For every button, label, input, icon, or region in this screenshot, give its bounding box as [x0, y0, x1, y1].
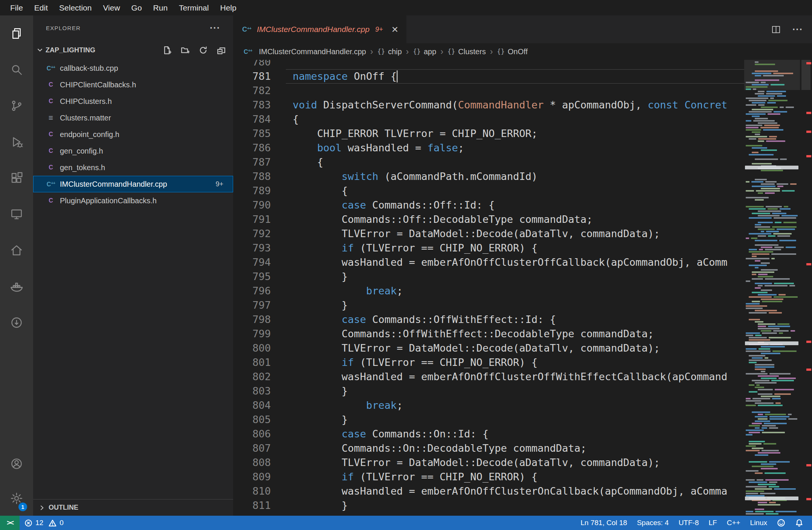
code-text[interactable]: CHIP_ERROR TLVError = CHIP_NO_ERROR; [271, 126, 537, 141]
line-number[interactable]: 787 [233, 155, 271, 169]
line-number[interactable]: 811 [233, 498, 271, 513]
code-text[interactable]: Commands::OffWithEffect::DecodableType c… [271, 327, 654, 341]
remote-indicator[interactable]: >< [0, 516, 20, 530]
line-number[interactable]: 794 [233, 255, 271, 270]
dependencies-icon[interactable] [0, 305, 33, 341]
code-text[interactable]: if (TLVError == CHIP_NO_ERROR) { [271, 241, 537, 255]
file-row-gen-tokens-h[interactable]: Cgen_tokens.h [33, 159, 233, 176]
line-number[interactable]: 780 [233, 60, 271, 69]
language-mode[interactable]: C++ [722, 516, 745, 530]
file-row-chipclientcallbacks-h[interactable]: CCHIPClientCallbacks.h [33, 76, 233, 93]
line-number[interactable]: 803 [233, 384, 271, 398]
refresh-icon[interactable] [199, 46, 208, 55]
line-number[interactable]: 809 [233, 470, 271, 484]
line-number[interactable]: 784 [233, 112, 271, 126]
line-number[interactable]: 802 [233, 370, 271, 384]
close-icon[interactable]: × [392, 24, 398, 35]
code-text[interactable]: wasHandled = emberAfOnOffClusterOnCallba… [271, 484, 727, 498]
overview-ruler[interactable] [800, 60, 812, 516]
line-number[interactable]: 797 [233, 298, 271, 312]
more-actions-icon[interactable]: ··· [210, 23, 220, 34]
code-text[interactable]: case Commands::On::Id: { [271, 427, 488, 441]
os-indicator[interactable]: Linux [745, 516, 772, 530]
code-text[interactable] [271, 60, 293, 69]
docker-icon[interactable] [0, 268, 33, 305]
line-number[interactable]: 785 [233, 126, 271, 141]
file-row-endpoint-config-h[interactable]: Cendpoint_config.h [33, 126, 233, 143]
line-number[interactable]: 786 [233, 141, 271, 155]
code-text[interactable]: if (TLVError == CHIP_NO_ERROR) { [271, 355, 537, 370]
split-editor-icon[interactable] [771, 24, 781, 35]
line-number[interactable]: 805 [233, 413, 271, 427]
minimap[interactable] [744, 60, 800, 516]
new-file-icon[interactable] [163, 46, 171, 55]
remote-explorer-icon[interactable] [0, 196, 33, 232]
outline-section-header[interactable]: OUTLINE [33, 499, 233, 516]
code-text[interactable]: bool wasHandled = false; [271, 141, 464, 155]
tab-imclustercommandhandler[interactable]: C++ IMClusterCommandHandler.cpp 9+ × [233, 15, 406, 43]
line-number[interactable]: 806 [233, 427, 271, 441]
line-number[interactable]: 808 [233, 455, 271, 470]
menu-view[interactable]: View [97, 0, 125, 15]
code-text[interactable]: Commands::Off::DecodableType commandData… [271, 212, 593, 227]
file-row-pluginapplicationcallbacks-h[interactable]: CPluginApplicationCallbacks.h [33, 192, 233, 209]
code-text[interactable]: TLVError = DataModel::Decode(aDataTlv, c… [271, 227, 660, 241]
run-debug-icon[interactable] [0, 124, 33, 160]
menu-terminal[interactable]: Terminal [173, 0, 214, 15]
file-row-imclustercommandhandler-cpp[interactable]: C++IMClusterCommandHandler.cpp9+ [33, 176, 233, 192]
indentation[interactable]: Spaces: 4 [632, 516, 674, 530]
code-text[interactable]: } [271, 384, 348, 398]
line-number[interactable]: 812 [233, 513, 271, 516]
settings-icon[interactable]: 1 [0, 481, 33, 516]
code-text[interactable]: } [271, 298, 348, 312]
code-text[interactable]: Commands::On::DecodableType commandData; [271, 441, 586, 455]
notifications-bell-icon[interactable] [790, 516, 808, 530]
line-number[interactable]: 789 [233, 184, 271, 198]
line-number[interactable]: 801 [233, 355, 271, 370]
menu-file[interactable]: File [5, 0, 29, 15]
line-number[interactable]: 799 [233, 327, 271, 341]
code-text[interactable]: switch (aCommandPath.mCommandId) [271, 169, 537, 184]
line-number[interactable]: 783 [233, 98, 271, 112]
problems-indicator[interactable]: 12 0 [20, 516, 69, 530]
code-text[interactable]: case Commands::Off::Id: { [271, 198, 495, 212]
code-text[interactable]: { [271, 112, 299, 126]
code-text[interactable]: namespace OnOff { [271, 69, 397, 84]
menu-selection[interactable]: Selection [53, 0, 97, 15]
new-folder-icon[interactable] [181, 46, 189, 55]
line-number[interactable]: 788 [233, 169, 271, 184]
line-number[interactable]: 796 [233, 284, 271, 298]
line-number[interactable]: 795 [233, 270, 271, 284]
menu-run[interactable]: Run [148, 0, 174, 15]
home-icon[interactable] [0, 232, 33, 268]
line-number[interactable]: 781 [233, 69, 271, 84]
line-number[interactable]: 790 [233, 198, 271, 212]
breadcrumb-item-onoff[interactable]: {}OnOff [497, 47, 528, 56]
breadcrumb-item-clusters[interactable]: {}Clusters [447, 47, 486, 56]
source-control-icon[interactable] [0, 88, 33, 124]
code-text[interactable]: case Commands::OffWithEffect::Id: { [271, 312, 556, 327]
search-icon[interactable] [0, 52, 33, 88]
explorer-icon[interactable] [0, 15, 33, 52]
code-text[interactable]: if (TLVError == CHIP_NO_ERROR) { [271, 470, 537, 484]
code-text[interactable]: break; [271, 398, 403, 413]
encoding[interactable]: UTF-8 [674, 516, 704, 530]
line-number[interactable]: 791 [233, 212, 271, 227]
line-number[interactable]: 804 [233, 398, 271, 413]
line-number[interactable]: 792 [233, 227, 271, 241]
file-row-gen-config-h[interactable]: Cgen_config.h [33, 143, 233, 159]
code-text[interactable]: void DispatchServerCommand(CommandHandle… [271, 98, 727, 112]
line-number[interactable]: 782 [233, 84, 271, 98]
code-text[interactable]: wasHandled = emberAfOnOffClusterOffWithE… [271, 370, 727, 384]
code-text[interactable]: { [271, 155, 323, 169]
cursor-position[interactable]: Ln 781, Col 18 [576, 516, 632, 530]
code-text[interactable]: TLVError = DataModel::Decode(aDataTlv, c… [271, 341, 660, 355]
code-text[interactable]: wasHandled = emberAfOnOffClusterOffCallb… [271, 255, 727, 270]
line-number[interactable]: 798 [233, 312, 271, 327]
file-row-callback-stub-cpp[interactable]: C++callback-stub.cpp [33, 60, 233, 76]
line-number[interactable]: 793 [233, 241, 271, 255]
breadcrumb-item-imclustercommandhandler-cpp[interactable]: C++IMClusterCommandHandler.cpp [244, 47, 366, 56]
file-row-clusters-matter[interactable]: ≡Clusters.matter [33, 110, 233, 126]
code-text[interactable] [271, 84, 293, 98]
menu-edit[interactable]: Edit [29, 0, 53, 15]
